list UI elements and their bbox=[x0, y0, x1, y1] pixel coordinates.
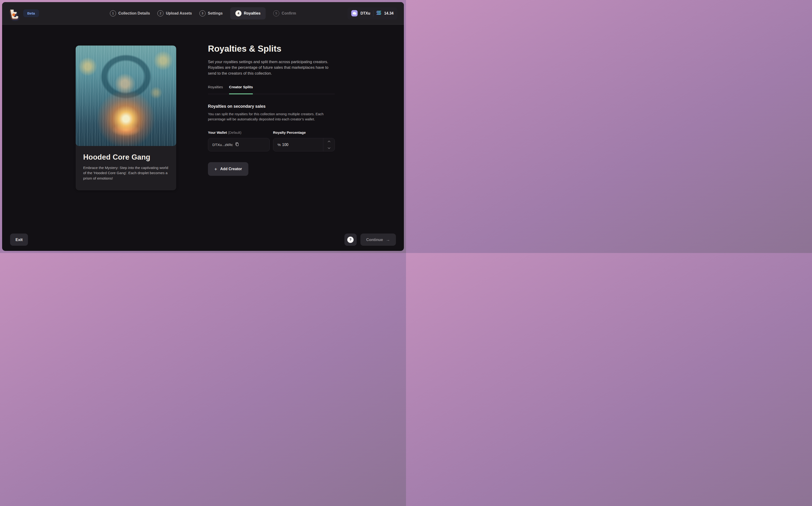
wallet-address-box[interactable]: DTXu...zkRc bbox=[208, 138, 270, 151]
collection-artwork bbox=[76, 46, 176, 146]
add-creator-label: Add Creator bbox=[220, 167, 242, 171]
page-subtitle: Set your royalties settings and split th… bbox=[208, 59, 335, 76]
wallet-balance: 14.34 bbox=[384, 11, 394, 15]
continue-label: Continue bbox=[366, 238, 383, 242]
solana-icon bbox=[376, 11, 381, 16]
chip-divider bbox=[373, 10, 374, 16]
beta-badge: Beta bbox=[23, 9, 39, 17]
section-body: You can split the royalties for this col… bbox=[208, 111, 335, 122]
royalty-percentage-box: % bbox=[273, 138, 335, 151]
collection-card-body: Hooded Core Gang Embrace the Mystery: St… bbox=[76, 146, 176, 190]
wallet-address-value: DTXu...zkRc bbox=[212, 143, 233, 147]
step-number: 4 bbox=[235, 10, 242, 16]
continue-button[interactable]: Continue → bbox=[360, 234, 396, 246]
royalty-percentage-field: Royalty Percentage % bbox=[273, 131, 335, 151]
step-number: 5 bbox=[273, 10, 279, 16]
question-mark-icon: ? bbox=[347, 237, 354, 243]
step-number: 1 bbox=[110, 10, 116, 16]
app-window: Beta 1 Collection Details 2 Upload Asset… bbox=[2, 2, 404, 251]
creator-split-row: Your Wallet (Default) DTXu...zkRc Royalt… bbox=[208, 131, 335, 151]
your-wallet-label: Your Wallet (Default) bbox=[208, 131, 270, 135]
royalty-input-area[interactable]: % bbox=[273, 143, 323, 147]
step-settings[interactable]: 3 Settings bbox=[199, 10, 223, 16]
royalties-panel: Royalties & Splits Set your royalties se… bbox=[208, 44, 335, 176]
royalty-percentage-label: Royalty Percentage bbox=[273, 131, 335, 135]
stepper-up-button[interactable] bbox=[323, 138, 335, 145]
phantom-wallet-icon bbox=[351, 10, 358, 16]
step-label: Upload Assets bbox=[166, 11, 192, 15]
collection-description: Embrace the Mystery: Step into the capti… bbox=[83, 165, 169, 181]
royalties-tabs: Royalties Creator Splits bbox=[208, 85, 335, 94]
percent-prefix: % bbox=[277, 143, 281, 147]
footer-right-group: ? Continue → bbox=[344, 234, 396, 246]
tab-royalties[interactable]: Royalties bbox=[208, 85, 223, 94]
stepper-down-button[interactable] bbox=[323, 145, 335, 151]
wallet-chip[interactable]: DTXu 14.34 bbox=[347, 7, 397, 19]
collection-title: Hooded Core Gang bbox=[83, 153, 169, 161]
exit-button[interactable]: Exit bbox=[10, 234, 28, 246]
step-collection-details[interactable]: 1 Collection Details bbox=[110, 10, 150, 16]
royalty-stepper bbox=[323, 138, 335, 151]
step-label: Settings bbox=[208, 11, 223, 15]
page-title: Royalties & Splits bbox=[208, 44, 335, 54]
step-label: Royalties bbox=[244, 11, 261, 15]
step-royalties-active[interactable]: 4 Royalties bbox=[230, 7, 266, 19]
app-logo-icon[interactable] bbox=[9, 8, 19, 18]
add-creator-button[interactable]: + Add Creator bbox=[208, 162, 248, 176]
wallet-name: DTXu bbox=[360, 11, 370, 15]
brand-area: Beta bbox=[9, 8, 39, 18]
tab-creator-splits[interactable]: Creator Splits bbox=[229, 85, 253, 94]
step-label: Collection Details bbox=[119, 11, 150, 15]
your-wallet-label-text: Your Wallet bbox=[208, 131, 227, 135]
section-title: Royalties on secondary sales bbox=[208, 104, 335, 109]
step-number: 3 bbox=[199, 10, 206, 16]
help-button[interactable]: ? bbox=[344, 234, 357, 246]
arrow-right-icon: → bbox=[386, 237, 390, 242]
step-number: 2 bbox=[157, 10, 163, 16]
step-upload-assets[interactable]: 2 Upload Assets bbox=[157, 10, 192, 16]
top-nav: Beta 1 Collection Details 2 Upload Asset… bbox=[2, 2, 404, 25]
collection-preview-card: Hooded Core Gang Embrace the Mystery: St… bbox=[76, 46, 176, 190]
step-label: Confirm bbox=[282, 11, 296, 15]
wizard-steps: 1 Collection Details 2 Upload Assets 3 S… bbox=[110, 7, 296, 19]
footer-bar: Exit ? Continue → bbox=[10, 234, 396, 246]
royalty-percentage-input[interactable] bbox=[282, 143, 306, 147]
copy-icon[interactable] bbox=[235, 142, 239, 147]
default-label: (Default) bbox=[228, 131, 242, 135]
plus-icon: + bbox=[214, 167, 217, 172]
step-confirm[interactable]: 5 Confirm bbox=[273, 10, 296, 16]
your-wallet-field: Your Wallet (Default) DTXu...zkRc bbox=[208, 131, 270, 151]
